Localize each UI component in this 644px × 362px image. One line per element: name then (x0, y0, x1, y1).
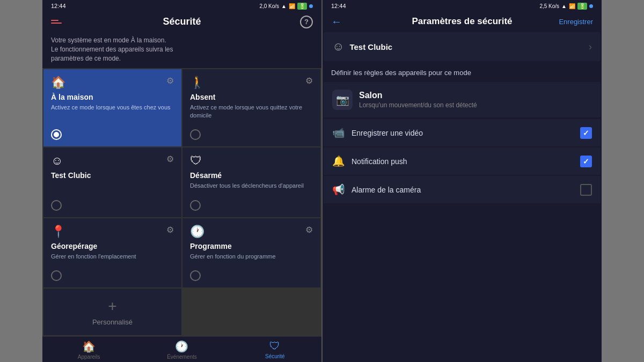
camera-alarm-label: Alarme de la caméra (352, 186, 421, 194)
left-speed: 2,0 Ko/s (259, 3, 279, 9)
info-text: Votre système est en mode À la maison.Le… (51, 36, 173, 62)
right-title: Paramètres de sécurité (412, 16, 512, 27)
mode-card-home-top: 🏠 ⚙ (51, 76, 174, 90)
sched-radio-outer (190, 270, 201, 281)
device-row-left: ☺ Test Clubic (332, 40, 392, 54)
rule-camera-alarm[interactable]: 📢 Alarme de la caméra (324, 176, 601, 203)
sched-mode-icon: 🕐 (190, 225, 204, 239)
nav-security-icon: 🛡 (269, 340, 280, 352)
mode-card-test-top: ☺ ⚙ (51, 154, 174, 168)
rule-notif-push[interactable]: 🔔 Notification push (324, 147, 601, 175)
test-radio[interactable] (51, 200, 62, 211)
disarmed-radio[interactable] (190, 200, 201, 211)
left-status-right: 2,0 Ko/s ▲ 📶 🔋 (259, 3, 313, 10)
sched-gear-icon[interactable]: ⚙ (305, 225, 313, 235)
geo-mode-icon: 📍 (51, 225, 65, 239)
nav-events-label: Événements (167, 354, 197, 360)
away-mode-icon: 🚶 (190, 76, 204, 90)
rules-header-text: Définir les règles des appareils pour ce… (331, 69, 471, 77)
right-status-right: 2,5 Ko/s ▲ 📶 🔋 (539, 3, 593, 10)
mode-card-schedule[interactable]: 🕐 ⚙ Programme Gérer en fonction du progr… (182, 218, 320, 287)
right-wifi-icon: 📶 (569, 3, 575, 9)
home-radio-inner (54, 132, 59, 137)
salon-row: 📷 Salon Lorsqu'un mouvement/du son est d… (324, 82, 601, 117)
away-radio[interactable] (190, 129, 201, 140)
device-row[interactable]: ☺ Test Clubic › (324, 32, 601, 61)
test-mode-desc (51, 182, 174, 195)
nav-devices-label: Appareils (78, 354, 100, 360)
device-name: Test Clubic (349, 42, 392, 51)
home-mode-icon: 🏠 (51, 76, 65, 90)
nav-events-icon: 🕐 (175, 340, 188, 353)
mode-card-test[interactable]: ☺ ⚙ Test Clubic (43, 147, 181, 217)
disarmed-mode-desc: Désactiver tous les déclencheurs d'appar… (190, 182, 313, 195)
sched-mode-name: Programme (190, 242, 313, 250)
mode-grid: 🏠 ⚙ À la maison Activez ce mode lorsque … (42, 68, 321, 336)
geo-mode-desc: Gérer en fonction l'emplacement (51, 253, 174, 266)
mode-card-away[interactable]: 🚶 ⚙ Absent Activez ce mode lorsque vous … (182, 69, 320, 146)
home-gear-icon[interactable]: ⚙ (166, 76, 174, 86)
record-video-icon: 📹 (332, 127, 345, 139)
mode-card-home[interactable]: 🏠 ⚙ À la maison Activez ce mode lorsque … (43, 69, 181, 146)
sched-mode-desc: Gérer en fonction du programme (190, 253, 313, 266)
camera-alarm-checkbox[interactable] (580, 184, 592, 196)
right-status-dot (589, 4, 593, 8)
nav-security[interactable]: 🛡 Sécurité (229, 340, 321, 360)
rules-header: Définir les règles des appareils pour ce… (323, 62, 602, 81)
away-radio-outer (190, 129, 201, 140)
sched-radio[interactable] (190, 270, 201, 281)
disarmed-radio-outer (190, 200, 201, 211)
test-mode-name: Test Clubic (51, 171, 174, 180)
save-button[interactable]: Enregistrer (559, 18, 593, 26)
disarmed-mode-name: Désarmé (190, 171, 313, 180)
geo-mode-name: Géorepérage (51, 242, 174, 250)
menu-line-1 (51, 20, 58, 21)
left-phone: 12:44 2,0 Ko/s ▲ 📶 🔋 Sécurité ? Votre sy… (42, 0, 321, 362)
right-status-bar: 12:44 2,5 Ko/s ▲ 📶 🔋 (323, 0, 602, 12)
left-status-bar: 12:44 2,0 Ko/s ▲ 📶 🔋 (42, 0, 321, 12)
test-gear-icon[interactable]: ⚙ (166, 154, 174, 164)
bottom-nav: 🏠 Appareils 🕐 Événements 🛡 Sécurité (42, 336, 321, 362)
plus-icon: + (108, 298, 116, 315)
right-battery-icon: 🔋 (577, 3, 587, 10)
nav-devices[interactable]: 🏠 Appareils (42, 340, 135, 360)
back-button[interactable]: ← (331, 16, 342, 28)
rule-record-video[interactable]: 📹 Enregistrer une vidéo (324, 119, 601, 146)
salon-name: Salon (359, 91, 592, 100)
help-icon[interactable]: ? (300, 16, 313, 28)
geo-gear-icon[interactable]: ⚙ (166, 225, 174, 235)
mode-card-disarmed-top: 🛡 (190, 154, 313, 168)
salon-info: Salon Lorsqu'un mouvement/du son est dét… (359, 91, 592, 109)
away-mode-name: Absent (190, 93, 313, 101)
mode-card-disarmed[interactable]: 🛡 Désarmé Désactiver tous les déclencheu… (182, 147, 320, 217)
home-radio-outer (51, 129, 62, 140)
mode-card-custom[interactable]: + Personnalisé (43, 289, 181, 335)
notif-push-icon: 🔔 (332, 155, 345, 167)
away-gear-icon[interactable]: ⚙ (305, 76, 313, 86)
menu-icon[interactable] (51, 20, 62, 24)
notif-push-label: Notification push (352, 157, 407, 166)
mode-card-geo-top: 📍 ⚙ (51, 225, 174, 239)
salon-subtitle: Lorsqu'un mouvement/du son est détecté (359, 101, 592, 109)
record-video-checkbox[interactable] (580, 127, 592, 139)
wifi-icon: 📶 (289, 3, 295, 9)
right-signal-icon: ▲ (561, 3, 567, 9)
home-mode-name: À la maison (51, 93, 174, 101)
left-app-header: Sécurité ? (42, 12, 321, 32)
geo-radio[interactable] (51, 270, 62, 281)
nav-events[interactable]: 🕐 Événements (135, 340, 228, 360)
rule-camera-alarm-left: 📢 Alarme de la caméra (332, 183, 421, 196)
menu-line-2 (51, 23, 62, 24)
status-dot (309, 4, 313, 8)
record-video-label: Enregistrer une vidéo (352, 129, 423, 137)
left-time: 12:44 (51, 3, 66, 9)
disarmed-mode-icon: 🛡 (190, 154, 202, 168)
nav-devices-icon: 🏠 (82, 340, 96, 353)
notif-push-checkbox[interactable] (580, 156, 592, 167)
rule-notif-push-left: 🔔 Notification push (332, 155, 407, 167)
right-time: 12:44 (331, 3, 346, 9)
salon-icon: 📷 (332, 90, 353, 110)
home-radio[interactable] (51, 129, 62, 140)
mode-card-geofence[interactable]: 📍 ⚙ Géorepérage Gérer en fonction l'empl… (43, 218, 181, 287)
info-banner: Votre système est en mode À la maison.Le… (42, 32, 321, 68)
